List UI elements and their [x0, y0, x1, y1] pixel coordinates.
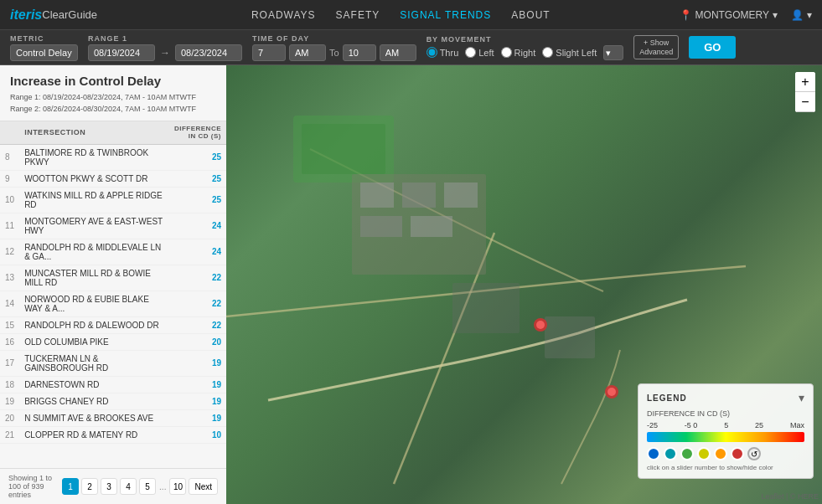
table-row[interactable]: 14 NORWOOD RD & EUBIE BLAKE WAY & A... 2…: [0, 291, 226, 316]
table-row[interactable]: 11 MONTGOMERY AVE & EAST-WEST HWY 24: [0, 213, 226, 239]
svg-rect-9: [545, 316, 595, 358]
table-row[interactable]: 9 WOOTTON PKWY & SCOTT DR 25: [0, 170, 226, 187]
nav-signal-trends[interactable]: SIGNAL TRENDS: [400, 9, 491, 21]
legend-close-button[interactable]: ▾: [799, 391, 804, 404]
page-10-button[interactable]: 10: [169, 478, 186, 495]
nav-user[interactable]: 👤 ▾: [791, 9, 812, 21]
svg-rect-7: [411, 216, 452, 237]
movement-extra-select[interactable]: ▾: [603, 45, 623, 60]
date-to-input[interactable]: [175, 44, 242, 61]
page-dots: ...: [159, 482, 166, 491]
legend-dot-yellow[interactable]: [697, 447, 711, 460]
zoom-out-button[interactable]: −: [795, 92, 815, 112]
legend-dot-teal[interactable]: [664, 447, 677, 460]
pagination: 1 2 3 4 5 ... 10 Next: [62, 478, 218, 495]
svg-point-10: [534, 318, 547, 332]
page-1-button[interactable]: 1: [62, 478, 79, 495]
page-5-button[interactable]: 5: [139, 478, 156, 495]
row-intersection: TUCKERMAN LN & GAINSBOROUGH RD: [19, 350, 169, 376]
nav-right: 📍 MONTGOMERY ▾ 👤 ▾: [680, 9, 812, 21]
legend-dot-green[interactable]: [680, 447, 694, 460]
row-value: 22: [169, 265, 226, 291]
legend-subtitle: DIFFERENCE IN CD (S): [647, 409, 804, 418]
time-of-day-group: TIME OF DAY 7 AM PM To 10 AM PM: [252, 34, 416, 61]
show-advanced-button[interactable]: + Show Advanced: [633, 35, 679, 60]
row-intersection: MUNCASTER MILL RD & BOWIE MILL RD: [19, 265, 169, 291]
scale-label-25: 25: [755, 421, 763, 429]
legend-dot-blue[interactable]: [647, 447, 660, 460]
table-row[interactable]: 12 RANDOLPH RD & MIDDLEVALE LN & GA... 2…: [0, 239, 226, 265]
table-row[interactable]: 19 BRIGGS CHANEY RD 19: [0, 393, 226, 409]
table-row[interactable]: 17 TUCKERMAN LN & GAINSBOROUGH RD 19: [0, 350, 226, 376]
svg-rect-1: [302, 124, 385, 174]
map[interactable]: + − LEGEND ▾ DIFFERENCE IN CD (S) -25 -5…: [226, 65, 822, 504]
legend-dots: ↺: [647, 447, 804, 460]
time-start-select[interactable]: 7: [252, 44, 286, 61]
panel-footer: Showing 1 to 100 of 939 entries 1 2 3 4 …: [0, 468, 226, 504]
row-intersection: DARNESTOWN RD: [19, 376, 169, 393]
row-intersection: WATKINS MILL RD & APPLE RIDGE RD: [19, 187, 169, 213]
am-pm-start-select[interactable]: AM PM: [289, 44, 326, 61]
svg-rect-4: [402, 183, 436, 208]
legend-dot-red[interactable]: [731, 447, 744, 460]
time-of-day-label: TIME OF DAY: [252, 34, 416, 43]
map-zoom-controls: + −: [795, 72, 815, 112]
movement-left[interactable]: Left: [465, 47, 494, 58]
movement-slight-left[interactable]: Slight Left: [542, 47, 597, 58]
zoom-in-button[interactable]: +: [795, 72, 815, 92]
row-number: 17: [0, 350, 19, 376]
scale-label-5: 5: [724, 421, 728, 429]
movement-thru[interactable]: Thru: [427, 47, 459, 58]
svg-rect-3: [360, 183, 394, 208]
row-number: 14: [0, 291, 19, 316]
svg-point-13: [607, 388, 616, 396]
svg-rect-6: [360, 216, 402, 237]
metric-select[interactable]: Control Delay: [10, 44, 78, 61]
logo: iteris ClearGuide: [10, 8, 97, 23]
time-end-select[interactable]: 10: [343, 44, 376, 61]
logo-clearguide: ClearGuide: [42, 8, 97, 21]
table-row[interactable]: 10 WATKINS MILL RD & APPLE RIDGE RD 25: [0, 187, 226, 213]
table-row[interactable]: 15 RANDOLPH RD & DALEWOOD DR 22: [0, 316, 226, 333]
nav-safety[interactable]: SAFETY: [336, 9, 380, 21]
scale-label-neg25: -25: [647, 421, 658, 429]
nav-location[interactable]: 📍 MONTGOMERY ▾: [680, 9, 778, 21]
row-value: 19: [169, 350, 226, 376]
intersection-table: INTERSECTION DIFFERENCEIN CD (S) 8 BALTI…: [0, 121, 226, 444]
go-button[interactable]: GO: [689, 36, 736, 59]
metric-label: METRIC: [10, 34, 78, 43]
movement-right[interactable]: Right: [501, 47, 536, 58]
table-row[interactable]: 21 CLOPPER RD & MATENY RD 10: [0, 426, 226, 443]
row-intersection: N SUMMIT AVE & BROOKES AVE: [19, 409, 169, 426]
scale-label-max: Max: [790, 421, 804, 429]
row-number: 16: [0, 333, 19, 350]
col-intersection: INTERSECTION: [19, 121, 169, 145]
nav-roadways[interactable]: ROADWAYS: [251, 9, 316, 21]
am-pm-end-select[interactable]: AM PM: [380, 44, 416, 61]
date-from-input[interactable]: [88, 44, 155, 61]
table-row[interactable]: 13 MUNCASTER MILL RD & BOWIE MILL RD 22: [0, 265, 226, 291]
table-row[interactable]: 16 OLD COLUMBIA PIKE 20: [0, 333, 226, 350]
svg-point-11: [536, 321, 545, 329]
next-button[interactable]: Next: [189, 478, 218, 495]
legend-dot-orange[interactable]: [714, 447, 727, 460]
top-nav: iteris ClearGuide ROADWAYS SAFETY SIGNAL…: [0, 0, 822, 30]
page-3-button[interactable]: 3: [101, 478, 117, 495]
svg-rect-8: [452, 283, 520, 333]
leaflet-credit: Leaflet | © HERE: [762, 492, 819, 501]
page-4-button[interactable]: 4: [120, 478, 137, 495]
nav-links: ROADWAYS SAFETY SIGNAL TRENDS ABOUT: [122, 9, 680, 21]
nav-about[interactable]: ABOUT: [511, 9, 550, 21]
table-row[interactable]: 18 DARNESTOWN RD 19: [0, 376, 226, 393]
row-intersection: RANDOLPH RD & DALEWOOD DR: [19, 316, 169, 333]
row-intersection: CLOPPER RD & MATENY RD: [19, 426, 169, 443]
user-icon: 👤: [791, 9, 804, 21]
panel-range1: Range 1: 08/19/2024-08/23/2024, 7AM - 10…: [10, 91, 216, 103]
row-value: 24: [169, 213, 226, 239]
legend-dot-refresh[interactable]: ↺: [747, 447, 761, 460]
row-number: 20: [0, 409, 19, 426]
page-2-button[interactable]: 2: [81, 478, 98, 495]
table-row[interactable]: 20 N SUMMIT AVE & BROOKES AVE 19: [0, 409, 226, 426]
location-pin-icon: 📍: [680, 9, 692, 21]
table-row[interactable]: 8 BALTIMORE RD & TWINBROOK PKWY 25: [0, 144, 226, 170]
